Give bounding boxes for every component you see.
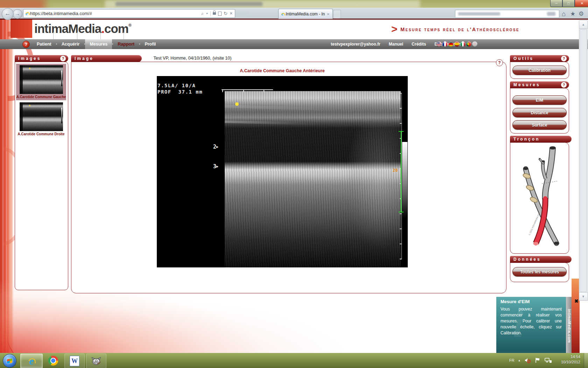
flag-us-icon[interactable] [436, 41, 442, 47]
logo-com: com [104, 22, 128, 35]
ie-favicon: e [26, 11, 28, 16]
address-bar[interactable]: e https://beta.intimamedia.com/# ⌕ ▼ ↻ ✕ [23, 9, 235, 18]
new-tab-stub[interactable] [333, 10, 341, 19]
troncon-panel-tab: Tronçon [510, 136, 572, 143]
site-logo[interactable]: intimaMedia.com® [34, 22, 131, 36]
forward-button[interactable]: → [13, 9, 22, 19]
nav-item-patient[interactable]: Patient [32, 39, 56, 49]
caliper-bottom-cap[interactable] [399, 212, 404, 212]
depth-info-overlay: PROF 37.1 mm [158, 89, 203, 95]
wall-marker-3[interactable]: 3▶ [213, 163, 218, 170]
logo-media: Media [68, 22, 101, 35]
start-button[interactable] [3, 354, 16, 368]
grayscale-bar [402, 142, 407, 218]
taskbar-chrome-button[interactable] [44, 354, 62, 368]
nav-item-rapport[interactable]: Rapport [113, 39, 139, 49]
action-center-flag-icon[interactable] [535, 357, 541, 363]
flag-es-icon[interactable] [454, 41, 460, 47]
maximize-button[interactable]: □ [562, 0, 575, 7]
ultrasound-thumbnail[interactable] [20, 65, 63, 94]
calibration-button[interactable]: Calibration [512, 66, 567, 75]
image-help-button[interactable]: ? [496, 59, 503, 66]
tray-expand-icon[interactable]: ▲ [518, 359, 521, 362]
logo-registered-icon: ® [128, 23, 131, 28]
taskbar-ie-button[interactable]: e [20, 354, 43, 368]
flag-it-icon[interactable] [460, 41, 465, 47]
flag-fr-icon[interactable] [442, 41, 448, 47]
notification-title: Mesure d'EIM [500, 299, 530, 304]
settings-gear-icon[interactable]: ⚙ [579, 11, 584, 17]
artery-diagram-svg: © 2011 IntimaMedia.com [512, 144, 567, 252]
system-tray: FR ▲ [509, 355, 552, 365]
measures-help-button[interactable]: ? [561, 82, 567, 88]
nav-item-mesures[interactable]: Mesures [85, 39, 112, 49]
measurement-point-marker[interactable] [235, 102, 239, 106]
marker-arrow-icon: ▶ [216, 164, 218, 168]
thumbnail-marker-dot [29, 68, 30, 69]
thumbnail-marker-dot [29, 105, 30, 106]
nav-link-credits[interactable]: Crédits [412, 42, 426, 47]
artery-diagram[interactable]: © 2011 IntimaMedia.com [512, 144, 567, 252]
home-icon[interactable]: ⌂ [562, 11, 566, 17]
compatibility-icon[interactable] [218, 12, 222, 16]
tab-close-icon[interactable]: ✕ [327, 12, 330, 16]
back-button[interactable]: ← [2, 8, 14, 20]
show-desktop-button[interactable] [584, 353, 588, 368]
caliper-top-cap[interactable] [399, 131, 404, 132]
all-measures-button[interactable]: Toutes les mesures [512, 267, 567, 277]
chrome-icon [48, 356, 58, 366]
side-logo-text: intimaMedia.com [567, 309, 572, 343]
nav-item-profil[interactable]: Profil [140, 39, 160, 49]
stop-icon[interactable]: ✕ [230, 12, 233, 15]
nav-item-acquerir[interactable]: Acquérir [57, 39, 84, 49]
distance-button[interactable]: Distance [512, 108, 567, 117]
image-panel-title: Image [75, 56, 94, 61]
surface-button[interactable]: Surface [512, 120, 567, 130]
volume-muted-icon[interactable] [524, 357, 531, 363]
taskbar-word-button[interactable]: W [64, 354, 85, 368]
tray-language[interactable]: FR [509, 358, 514, 362]
ultrasound-thumbnail[interactable] [20, 102, 63, 131]
notification-body: Vous pouvez maintenant commencer à réali… [500, 306, 562, 336]
ultrasound-image[interactable]: 7.5LA/ 10/A PROF 37.1 mm 2▶ 3▶ 20 [157, 76, 408, 267]
caliper-line[interactable] [401, 131, 401, 212]
favorites-star-icon[interactable]: ★ [570, 11, 575, 17]
search-dropdown-icon[interactable]: ▼ [206, 12, 208, 15]
nav-separator-tick [124, 32, 124, 39]
blurred-title-text [115, 2, 262, 6]
nav-separator-tick [53, 32, 54, 39]
flag-de-icon[interactable] [448, 41, 454, 47]
scroll-down-button[interactable]: ▼ [579, 292, 588, 301]
images-help-button[interactable]: ? [60, 55, 66, 62]
back-icon: ← [5, 10, 11, 17]
close-window-button[interactable]: ✕ [575, 0, 588, 7]
notification-close-icon: ✖ [574, 298, 579, 304]
tools-panel-title: Outils [513, 56, 534, 61]
tools-help-button[interactable]: ? [561, 55, 567, 62]
nav-link-manuel[interactable]: Manuel [389, 42, 403, 47]
minimize-button[interactable]: ─ [550, 0, 562, 7]
notification-close-button[interactable]: ✖ [574, 298, 579, 304]
taskbar-gimp-button[interactable] [86, 354, 106, 368]
scroll-up-button[interactable]: ▲ [579, 20, 588, 29]
maximize-icon: □ [567, 1, 569, 5]
refresh-icon[interactable]: ↻ [224, 11, 227, 16]
network-icon[interactable] [544, 357, 552, 363]
images-panel-title: Images [18, 56, 41, 61]
browser-tab[interactable]: e IntimaMedia.com - Intellig... ✕ [278, 9, 333, 19]
eim-button[interactable]: EIM [512, 95, 567, 105]
thumbnail-item-left-carotid[interactable]: A.Carotide Commune Gauche [16, 64, 66, 100]
nav-help-button[interactable]: ? [22, 41, 30, 48]
scrollbar-thumb[interactable] [580, 29, 587, 292]
taskbar-clock[interactable]: 14:54 10/10/2012 [555, 354, 580, 365]
browser-search-box[interactable] [455, 10, 559, 18]
flag-pt-icon[interactable] [466, 41, 471, 47]
wall-marker-2[interactable]: 2▶ [213, 144, 218, 150]
gimp-icon [91, 356, 102, 366]
search-icon[interactable]: ⌕ [201, 11, 204, 16]
marker-3-label: 3 [213, 163, 216, 170]
url-text[interactable]: https://beta.intimamedia.com/# [30, 11, 199, 16]
tagline-chevron-icon: > [391, 23, 398, 35]
thumbnail-item-right-carotid[interactable]: A.Carotide Commune Droite [16, 101, 66, 137]
tab-favicon-icon: e [281, 12, 284, 16]
